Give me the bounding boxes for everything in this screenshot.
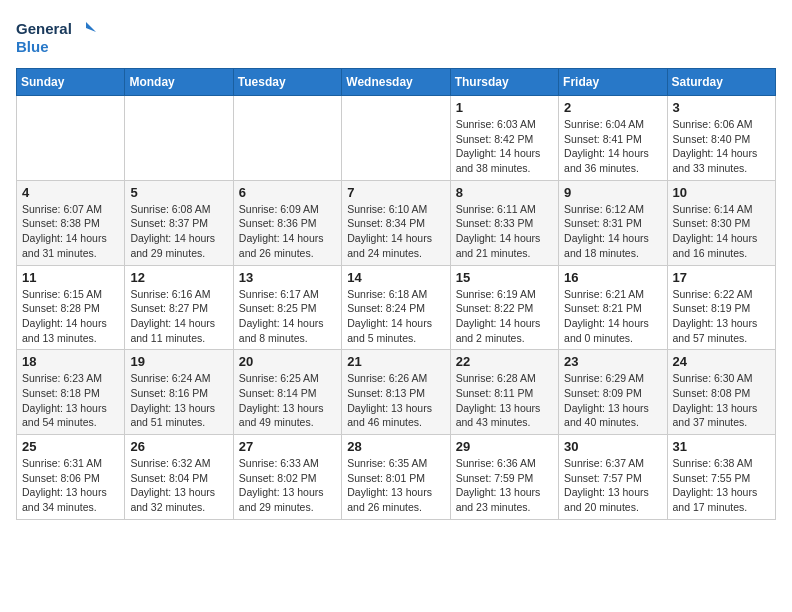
day-info: Sunrise: 6:14 AMSunset: 8:30 PMDaylight:…: [673, 202, 770, 261]
day-number: 14: [347, 270, 444, 285]
day-number: 12: [130, 270, 227, 285]
day-info: Sunrise: 6:10 AMSunset: 8:34 PMDaylight:…: [347, 202, 444, 261]
day-number: 13: [239, 270, 336, 285]
day-info: Sunrise: 6:35 AMSunset: 8:01 PMDaylight:…: [347, 456, 444, 515]
calendar-cell: 25Sunrise: 6:31 AMSunset: 8:06 PMDayligh…: [17, 435, 125, 520]
calendar-cell: 23Sunrise: 6:29 AMSunset: 8:09 PMDayligh…: [559, 350, 667, 435]
day-info: Sunrise: 6:38 AMSunset: 7:55 PMDaylight:…: [673, 456, 770, 515]
calendar-cell: 6Sunrise: 6:09 AMSunset: 8:36 PMDaylight…: [233, 180, 341, 265]
day-info: Sunrise: 6:04 AMSunset: 8:41 PMDaylight:…: [564, 117, 661, 176]
day-info: Sunrise: 6:37 AMSunset: 7:57 PMDaylight:…: [564, 456, 661, 515]
calendar-cell: [233, 96, 341, 181]
calendar-cell: 20Sunrise: 6:25 AMSunset: 8:14 PMDayligh…: [233, 350, 341, 435]
weekday-header-friday: Friday: [559, 69, 667, 96]
day-info: Sunrise: 6:36 AMSunset: 7:59 PMDaylight:…: [456, 456, 553, 515]
day-number: 22: [456, 354, 553, 369]
calendar-cell: 16Sunrise: 6:21 AMSunset: 8:21 PMDayligh…: [559, 265, 667, 350]
day-info: Sunrise: 6:06 AMSunset: 8:40 PMDaylight:…: [673, 117, 770, 176]
day-number: 26: [130, 439, 227, 454]
calendar-cell: 30Sunrise: 6:37 AMSunset: 7:57 PMDayligh…: [559, 435, 667, 520]
day-info: Sunrise: 6:08 AMSunset: 8:37 PMDaylight:…: [130, 202, 227, 261]
day-info: Sunrise: 6:33 AMSunset: 8:02 PMDaylight:…: [239, 456, 336, 515]
calendar-body: 1Sunrise: 6:03 AMSunset: 8:42 PMDaylight…: [17, 96, 776, 520]
calendar-cell: 27Sunrise: 6:33 AMSunset: 8:02 PMDayligh…: [233, 435, 341, 520]
calendar-cell: 18Sunrise: 6:23 AMSunset: 8:18 PMDayligh…: [17, 350, 125, 435]
calendar-cell: 29Sunrise: 6:36 AMSunset: 7:59 PMDayligh…: [450, 435, 558, 520]
calendar-cell: 21Sunrise: 6:26 AMSunset: 8:13 PMDayligh…: [342, 350, 450, 435]
day-number: 21: [347, 354, 444, 369]
day-info: Sunrise: 6:16 AMSunset: 8:27 PMDaylight:…: [130, 287, 227, 346]
day-info: Sunrise: 6:15 AMSunset: 8:28 PMDaylight:…: [22, 287, 119, 346]
svg-marker-2: [86, 22, 96, 32]
calendar-cell: [17, 96, 125, 181]
day-number: 29: [456, 439, 553, 454]
day-number: 10: [673, 185, 770, 200]
calendar-week-3: 11Sunrise: 6:15 AMSunset: 8:28 PMDayligh…: [17, 265, 776, 350]
day-info: Sunrise: 6:19 AMSunset: 8:22 PMDaylight:…: [456, 287, 553, 346]
calendar-table: SundayMondayTuesdayWednesdayThursdayFrid…: [16, 68, 776, 520]
calendar-cell: 8Sunrise: 6:11 AMSunset: 8:33 PMDaylight…: [450, 180, 558, 265]
day-number: 30: [564, 439, 661, 454]
day-number: 11: [22, 270, 119, 285]
svg-text:Blue: Blue: [16, 38, 49, 55]
day-number: 27: [239, 439, 336, 454]
day-number: 5: [130, 185, 227, 200]
day-info: Sunrise: 6:29 AMSunset: 8:09 PMDaylight:…: [564, 371, 661, 430]
calendar-header-row: SundayMondayTuesdayWednesdayThursdayFrid…: [17, 69, 776, 96]
calendar-cell: 22Sunrise: 6:28 AMSunset: 8:11 PMDayligh…: [450, 350, 558, 435]
calendar-week-1: 1Sunrise: 6:03 AMSunset: 8:42 PMDaylight…: [17, 96, 776, 181]
logo-svg: General Blue: [16, 16, 96, 60]
calendar-cell: 17Sunrise: 6:22 AMSunset: 8:19 PMDayligh…: [667, 265, 775, 350]
logo: General Blue: [16, 16, 96, 60]
day-number: 20: [239, 354, 336, 369]
calendar-cell: 19Sunrise: 6:24 AMSunset: 8:16 PMDayligh…: [125, 350, 233, 435]
calendar-cell: 2Sunrise: 6:04 AMSunset: 8:41 PMDaylight…: [559, 96, 667, 181]
calendar-cell: 12Sunrise: 6:16 AMSunset: 8:27 PMDayligh…: [125, 265, 233, 350]
day-number: 9: [564, 185, 661, 200]
calendar-cell: 31Sunrise: 6:38 AMSunset: 7:55 PMDayligh…: [667, 435, 775, 520]
calendar-week-4: 18Sunrise: 6:23 AMSunset: 8:18 PMDayligh…: [17, 350, 776, 435]
calendar-cell: 15Sunrise: 6:19 AMSunset: 8:22 PMDayligh…: [450, 265, 558, 350]
day-info: Sunrise: 6:26 AMSunset: 8:13 PMDaylight:…: [347, 371, 444, 430]
day-number: 19: [130, 354, 227, 369]
calendar-cell: [125, 96, 233, 181]
day-info: Sunrise: 6:28 AMSunset: 8:11 PMDaylight:…: [456, 371, 553, 430]
day-number: 16: [564, 270, 661, 285]
day-number: 31: [673, 439, 770, 454]
weekday-header-thursday: Thursday: [450, 69, 558, 96]
calendar-cell: 11Sunrise: 6:15 AMSunset: 8:28 PMDayligh…: [17, 265, 125, 350]
day-number: 15: [456, 270, 553, 285]
day-info: Sunrise: 6:24 AMSunset: 8:16 PMDaylight:…: [130, 371, 227, 430]
day-number: 28: [347, 439, 444, 454]
svg-text:General: General: [16, 20, 72, 37]
day-number: 6: [239, 185, 336, 200]
day-number: 4: [22, 185, 119, 200]
day-number: 1: [456, 100, 553, 115]
day-number: 18: [22, 354, 119, 369]
calendar-cell: 1Sunrise: 6:03 AMSunset: 8:42 PMDaylight…: [450, 96, 558, 181]
day-info: Sunrise: 6:18 AMSunset: 8:24 PMDaylight:…: [347, 287, 444, 346]
day-info: Sunrise: 6:11 AMSunset: 8:33 PMDaylight:…: [456, 202, 553, 261]
day-info: Sunrise: 6:21 AMSunset: 8:21 PMDaylight:…: [564, 287, 661, 346]
calendar-cell: 10Sunrise: 6:14 AMSunset: 8:30 PMDayligh…: [667, 180, 775, 265]
calendar-cell: 14Sunrise: 6:18 AMSunset: 8:24 PMDayligh…: [342, 265, 450, 350]
calendar-cell: 9Sunrise: 6:12 AMSunset: 8:31 PMDaylight…: [559, 180, 667, 265]
calendar-cell: 7Sunrise: 6:10 AMSunset: 8:34 PMDaylight…: [342, 180, 450, 265]
weekday-header-saturday: Saturday: [667, 69, 775, 96]
day-info: Sunrise: 6:22 AMSunset: 8:19 PMDaylight:…: [673, 287, 770, 346]
calendar-cell: 24Sunrise: 6:30 AMSunset: 8:08 PMDayligh…: [667, 350, 775, 435]
calendar-cell: 5Sunrise: 6:08 AMSunset: 8:37 PMDaylight…: [125, 180, 233, 265]
day-number: 7: [347, 185, 444, 200]
day-number: 3: [673, 100, 770, 115]
day-number: 25: [22, 439, 119, 454]
day-info: Sunrise: 6:32 AMSunset: 8:04 PMDaylight:…: [130, 456, 227, 515]
day-info: Sunrise: 6:17 AMSunset: 8:25 PMDaylight:…: [239, 287, 336, 346]
day-info: Sunrise: 6:30 AMSunset: 8:08 PMDaylight:…: [673, 371, 770, 430]
calendar-cell: 13Sunrise: 6:17 AMSunset: 8:25 PMDayligh…: [233, 265, 341, 350]
calendar-cell: 28Sunrise: 6:35 AMSunset: 8:01 PMDayligh…: [342, 435, 450, 520]
day-info: Sunrise: 6:31 AMSunset: 8:06 PMDaylight:…: [22, 456, 119, 515]
day-number: 17: [673, 270, 770, 285]
day-info: Sunrise: 6:03 AMSunset: 8:42 PMDaylight:…: [456, 117, 553, 176]
day-info: Sunrise: 6:09 AMSunset: 8:36 PMDaylight:…: [239, 202, 336, 261]
weekday-header-monday: Monday: [125, 69, 233, 96]
